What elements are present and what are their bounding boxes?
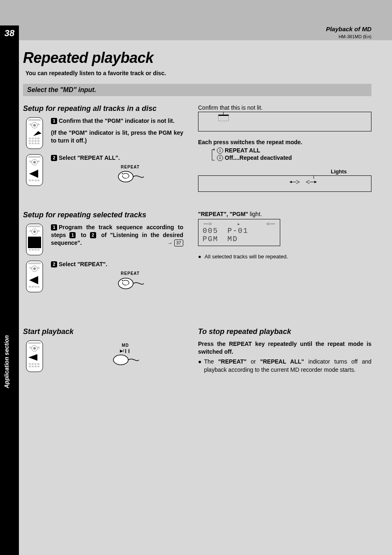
stop-item-a: The (204, 358, 218, 365)
rpt-pgm-light: light. (248, 211, 262, 217)
svg-rect-61 (29, 366, 31, 367)
svg-rect-30 (28, 226, 41, 227)
lcd-display: ▶ 005P-01 PGMMD (198, 219, 280, 246)
svg-rect-27 (37, 180, 39, 181)
svg-rect-58 (32, 363, 34, 365)
step2-lead: Select "REPEAT ALL". (59, 154, 120, 161)
svg-rect-37 (32, 249, 34, 251)
sel-step2-lead: Select "REPEAT". (59, 261, 107, 267)
repeat-key-icon (116, 170, 145, 184)
svg-rect-7 (32, 138, 34, 139)
rpt-pgm-bold: "REPEAT", "PGM" (198, 211, 248, 217)
svg-point-2 (30, 124, 32, 126)
repeat-indicator-right-icon (304, 178, 317, 186)
svg-point-53 (30, 346, 32, 348)
svg-rect-49 (37, 286, 39, 288)
remote-icon (23, 154, 46, 188)
svg-rect-62 (32, 366, 34, 367)
svg-point-34 (33, 230, 36, 233)
repeat-key-icon (116, 276, 145, 290)
svg-rect-8 (35, 138, 37, 139)
remote-icon (23, 260, 46, 294)
subhead-stop: To stop repeated playback (198, 327, 371, 336)
stop-lead: Press the REPEAT key repeatedly until th… (198, 340, 371, 356)
svg-rect-52 (28, 342, 41, 344)
svg-rect-64 (37, 366, 39, 367)
svg-point-32 (38, 230, 40, 232)
svg-rect-1 (28, 119, 41, 121)
svg-point-23 (33, 161, 36, 164)
svg-point-5 (33, 124, 36, 127)
md-key-label: MD (122, 343, 129, 348)
svg-point-20 (30, 161, 32, 163)
page-number: 38 (0, 25, 19, 40)
svg-rect-59 (35, 363, 37, 365)
svg-point-45 (33, 267, 36, 270)
ref-badge-2: 2 (90, 232, 96, 238)
page-ref-arrow-icon: → (167, 240, 173, 246)
svg-point-43 (38, 267, 40, 269)
svg-rect-10 (29, 140, 31, 142)
svg-rect-39 (37, 249, 39, 251)
svg-rect-13 (37, 140, 39, 142)
svg-rect-48 (35, 286, 37, 288)
svg-point-65 (113, 355, 128, 365)
svg-rect-15 (32, 143, 34, 144)
svg-rect-60 (37, 363, 39, 365)
svg-rect-12 (35, 140, 37, 142)
lcd-pgm: PGM (203, 235, 218, 243)
svg-rect-63 (35, 366, 37, 367)
remote-icon (23, 340, 46, 372)
svg-rect-24 (29, 180, 31, 181)
header-section: Playback of MD (326, 25, 371, 32)
remote-icon (23, 117, 46, 149)
mode-num-2: 2 (217, 155, 223, 161)
intro-text: You can repeatedly listen to a favorite … (25, 70, 371, 76)
svg-rect-17 (37, 143, 39, 144)
svg-rect-11 (32, 140, 34, 142)
page-title: Repeated playback (23, 49, 371, 67)
svg-rect-19 (28, 156, 41, 158)
lights-label: Lights (198, 168, 347, 175)
stop-item-d: "REPEAL ALL" (260, 358, 304, 365)
pgm-indicator-outline (218, 115, 229, 121)
svg-rect-46 (29, 286, 31, 288)
page-ref: 37 (174, 240, 183, 246)
subhead-selected-tracks: Setup for repeating selected tracks (23, 211, 183, 219)
svg-point-50 (118, 278, 133, 289)
display-panel-lights (198, 175, 371, 192)
svg-rect-26 (35, 180, 37, 181)
side-section-label: Application section (3, 335, 10, 388)
svg-point-28 (118, 171, 133, 182)
mode-switch-lead: Each press switches the repeat mode. (198, 139, 371, 145)
svg-rect-14 (29, 143, 31, 144)
svg-rect-38 (35, 249, 37, 251)
stop-item-c: or (247, 358, 260, 365)
step1-lead: Confirm that the "PGM" indicator is not … (59, 117, 175, 124)
cycle-arrow-icon (209, 148, 215, 163)
play-indicator-icon: ▶ (238, 222, 241, 226)
svg-point-31 (30, 230, 32, 232)
instruction-bar: Select the "MD" input. (23, 84, 371, 96)
svg-point-21 (38, 161, 40, 163)
svg-rect-57 (29, 363, 31, 365)
svg-rect-6 (29, 138, 31, 139)
step-badge-1: 1 (51, 224, 57, 230)
svg-rect-25 (32, 180, 34, 181)
svg-point-54 (38, 346, 40, 348)
bullet-icon: ● (198, 253, 201, 260)
display-panel (198, 112, 371, 131)
header-model: HM-381MD (En) (326, 34, 371, 39)
repeat-indicator-right-icon (265, 222, 276, 226)
step-badge-2: 2 (51, 155, 57, 161)
step-badge-2: 2 (51, 261, 57, 267)
sel-step1-b: to (77, 232, 90, 238)
svg-rect-47 (32, 286, 34, 288)
svg-point-56 (33, 347, 36, 350)
mode-1: REPEAT ALL (225, 147, 260, 154)
repeat-indicator-left-icon (289, 178, 301, 186)
repeat-key-label: REPEAT (121, 271, 140, 276)
stop-item-b: "REPEAT" (218, 358, 247, 365)
svg-rect-16 (35, 143, 37, 144)
repeat-indicator-left-icon (203, 222, 213, 226)
